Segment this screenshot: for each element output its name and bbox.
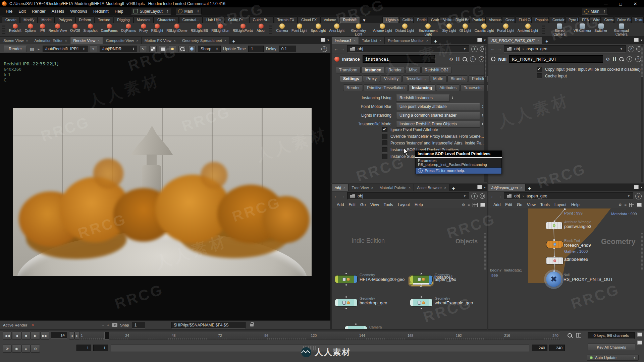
param-dropdown[interactable]: Redshift Instances bbox=[396, 95, 450, 102]
shelf-tool[interactable]: About bbox=[255, 23, 267, 36]
forward-icon[interactable]: → bbox=[497, 46, 502, 52]
dopesheet-icon[interactable] bbox=[576, 333, 581, 338]
param-tab[interactable]: Transform bbox=[336, 67, 361, 73]
tab-close-icon[interactable]: × bbox=[354, 39, 356, 43]
shelf-tool[interactable]: Options bbox=[23, 23, 38, 36]
checkbox-icon[interactable] bbox=[382, 134, 387, 139]
new-pane-tab-button[interactable]: + bbox=[432, 39, 440, 44]
new-pane-tab-button[interactable]: + bbox=[230, 39, 238, 44]
grid-icon[interactable] bbox=[629, 203, 634, 207]
tab-close-icon[interactable]: × bbox=[426, 39, 428, 43]
region-render-button[interactable] bbox=[188, 46, 196, 52]
layout-selector[interactable]: SuperLayout ▲▼ bbox=[131, 8, 171, 15]
shelf-tool[interactable]: Area Light bbox=[327, 23, 346, 36]
shelf-tool[interactable]: Geometry Light bbox=[346, 23, 371, 36]
shelf-tab[interactable]: FEM bbox=[579, 16, 589, 23]
shelf-tab[interactable]: Guide Pr... bbox=[225, 16, 249, 23]
update-time-field[interactable]: 1 bbox=[248, 46, 264, 52]
shelf-tool[interactable]: IPR bbox=[38, 23, 47, 36]
network-menu-item[interactable]: Layout bbox=[395, 202, 412, 207]
param-tab[interactable]: Redshift OBJ bbox=[421, 67, 452, 73]
snapshot-tab-label[interactable]: Active Render bbox=[3, 323, 27, 327]
shelf-tool[interactable]: GI Light bbox=[458, 23, 473, 36]
checkbox-icon[interactable] bbox=[382, 127, 387, 132]
network-menu-item[interactable]: Edit bbox=[346, 202, 358, 207]
tab-close-icon[interactable]: × bbox=[409, 186, 411, 190]
pane-menu-icon[interactable]: ▾ bbox=[484, 38, 486, 42]
pane-maximize-icon[interactable] bbox=[477, 38, 482, 42]
snapshot-path-field[interactable]: $HIP/ipr/$SNAPNAME.$F4.$S bbox=[171, 322, 246, 328]
pane-maximize-icon[interactable] bbox=[321, 38, 325, 42]
pane-tab[interactable]: Composite View× bbox=[103, 37, 142, 44]
node-foreach-end[interactable] bbox=[546, 241, 564, 248]
play-icon[interactable]: ▸ bbox=[37, 47, 40, 51]
shelf-tool[interactable]: RSLightIES bbox=[189, 23, 210, 36]
param-subtab[interactable]: Matte bbox=[430, 75, 447, 82]
shelf-tool[interactable]: Volume Light bbox=[371, 23, 394, 36]
tab-close-icon[interactable]: × bbox=[537, 39, 539, 43]
range-end-field[interactable]: 240 bbox=[549, 345, 565, 351]
link-badge[interactable]: 2 bbox=[635, 193, 642, 199]
shelf-tab[interactable]: Fluid Cont... bbox=[515, 16, 531, 23]
menu-item[interactable]: Windows bbox=[67, 9, 90, 14]
shelf-tab[interactable]: Crowds bbox=[601, 16, 614, 23]
shelf-tab[interactable]: Particle Fl... bbox=[469, 16, 485, 23]
shelf-tool[interactable]: RenderView bbox=[47, 23, 68, 36]
shelf-tab[interactable]: Model bbox=[38, 16, 55, 23]
shelf-tab[interactable]: Polygon bbox=[55, 16, 75, 23]
spinner-icon[interactable]: ▲▼ bbox=[451, 96, 453, 100]
param-subtab[interactable]: Strands bbox=[447, 75, 468, 82]
context-dropdown[interactable]: obj ▼ bbox=[347, 45, 469, 53]
param-subtab[interactable]: Particles bbox=[469, 75, 491, 82]
shelf-tab[interactable]: Particles bbox=[414, 16, 427, 23]
tab-close-icon[interactable]: × bbox=[520, 186, 522, 190]
link-badge[interactable]: 1 bbox=[471, 46, 478, 52]
shelf-tab[interactable]: Container... bbox=[549, 16, 565, 23]
help-icon[interactable]: ? bbox=[321, 46, 327, 52]
magnify-button[interactable] bbox=[178, 46, 186, 52]
help-icon[interactable]: ? bbox=[635, 56, 641, 62]
playback-start-field[interactable]: 1 bbox=[93, 345, 108, 351]
link-badge[interactable]: 1 bbox=[471, 193, 478, 199]
instance-node-icon[interactable] bbox=[334, 57, 339, 62]
list-icon[interactable]: ≡ bbox=[468, 203, 470, 207]
shelf-tool[interactable]: Switcher bbox=[593, 23, 609, 36]
loop-mode-button[interactable]: ⊙ bbox=[31, 345, 40, 353]
shelf-grip[interactable] bbox=[542, 24, 545, 35]
shelf-tool[interactable]: RSLightSun bbox=[210, 23, 231, 36]
jump-start-button[interactable]: ◀◀ bbox=[3, 331, 12, 340]
spinner-icon[interactable]: ▲▼ bbox=[197, 10, 199, 13]
forward-icon[interactable]: → bbox=[497, 193, 502, 199]
shelf-tool[interactable]: Environment Light bbox=[416, 23, 440, 36]
param-checkbox[interactable]: Process 'instance' and 'instancefile' At… bbox=[382, 140, 485, 146]
panel-toggle-icon[interactable] bbox=[637, 341, 642, 345]
back-icon[interactable]: ← bbox=[490, 46, 495, 52]
param-tab[interactable]: Render bbox=[385, 67, 405, 73]
network-menu-item[interactable]: View bbox=[368, 202, 381, 207]
tab-close-icon[interactable]: × bbox=[379, 39, 381, 43]
tab-close-icon[interactable]: × bbox=[174, 39, 176, 43]
scrollbar[interactable] bbox=[641, 233, 643, 270]
param-subtab[interactable]: Primitive Tessellation bbox=[364, 84, 408, 91]
shelf-tab[interactable]: Populate C... bbox=[532, 16, 549, 23]
node-pointwrangle[interactable] bbox=[546, 222, 562, 229]
network-menu-item[interactable]: Add bbox=[491, 202, 503, 207]
snapshot-camera-icon[interactable] bbox=[112, 323, 117, 327]
network-menu-item[interactable]: View bbox=[525, 202, 538, 207]
timeline-ruler[interactable]: 124487296120144168192216240 bbox=[79, 331, 560, 340]
camera-picker-button[interactable]: ↖ bbox=[140, 46, 147, 52]
spinner-icon[interactable]: ▲▼ bbox=[167, 10, 169, 13]
camera-selector[interactable]: /obj/RNDR▲▼ bbox=[100, 46, 137, 52]
shelf-tab[interactable]: Pyro FX bbox=[565, 16, 578, 23]
shelf-add-tab-button[interactable]: ＋ ▾ bbox=[360, 15, 371, 23]
shelf-tool[interactable]: Point Light bbox=[290, 23, 309, 36]
shelf-tab[interactable]: Deform bbox=[75, 16, 94, 23]
maximize-button[interactable]: ▢ bbox=[613, 0, 628, 7]
network-menu-item[interactable]: Tools bbox=[538, 202, 552, 207]
render-button[interactable]: Render bbox=[4, 46, 27, 52]
shelf-tool[interactable]: Snapshot bbox=[82, 23, 99, 36]
param-dropdown[interactable]: Instance Redshift Proxy Objects bbox=[396, 121, 480, 128]
param-tab[interactable]: Instance bbox=[361, 67, 384, 73]
pin-icon[interactable] bbox=[480, 193, 485, 199]
spinner-icon[interactable]: ▲▼ bbox=[482, 122, 484, 126]
